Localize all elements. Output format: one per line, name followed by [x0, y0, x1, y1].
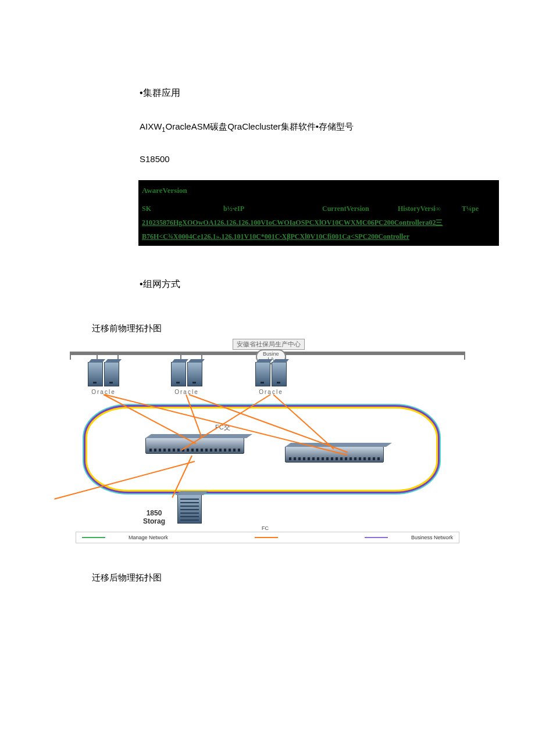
legend: Manage Network Business Network [76, 532, 459, 543]
bus-tick [70, 352, 71, 360]
server-icon [88, 362, 103, 386]
th-sk: SK [138, 199, 220, 216]
legend-business-label: Business Network [411, 535, 453, 540]
storage-txt: Storag [143, 517, 165, 525]
server-icon [171, 362, 186, 386]
topology-diagram: 安徽省社保局生产中心 Busine LA Oracle Oracle Oracl… [70, 339, 465, 542]
topology-before-caption: 迁移前物理拓扑图 [92, 323, 488, 334]
legend-fc [255, 537, 278, 538]
th-history: HistoryVersi∞ [394, 199, 458, 216]
terminal-line1: 210235876HgXOOwOA126.126.126.100VIoCWOIa… [138, 216, 499, 230]
storage-num: 1850 [147, 509, 162, 517]
diagram-title: 安徽省社保局生产中心 [233, 339, 305, 350]
legend-manage-label: Manage Network [129, 535, 168, 540]
bus-tick [464, 352, 465, 360]
server-icon [104, 362, 119, 386]
fc-switch-2 [285, 446, 384, 463]
storage-serial: S18500 [140, 154, 488, 164]
server-group-2: Oracle [170, 362, 203, 395]
version-terminal-table: AwareVersion SK b½∙eIP CurrentVersion Hi… [138, 180, 499, 246]
cluster-desc: AIXW1OracleASM碳盘QraClecluster集群软件•存储型号 [140, 121, 488, 133]
section-cluster-app: •集群应用 [140, 87, 488, 99]
aware-version-label: AwareVersion [138, 180, 499, 199]
server-icon [255, 362, 270, 386]
section-network: •组网方式 [140, 278, 488, 291]
server-icon [272, 362, 287, 386]
server-group-1: Oracle [87, 362, 120, 395]
storage-label: 1850 Storag [134, 510, 174, 525]
server-group-3: Oracle [255, 362, 287, 395]
legend-manage [82, 537, 105, 538]
fc-mini-label: FC [262, 525, 269, 531]
th-type: T¼pe [458, 199, 499, 216]
legend-purple [365, 537, 388, 538]
terminal-line2: B76H<C¾X0004Ce126.1».126.101V10C*001C·Xβ… [138, 230, 499, 246]
desc-suffix: OracleASM碳盘QraClecluster集群软件•存储型号 [165, 121, 354, 131]
topology-after-caption: 迁移后物理拓扑图 [92, 572, 535, 583]
th-current: CurrentVersion [319, 199, 394, 216]
server-icon [187, 362, 202, 386]
storage-server-icon [177, 495, 202, 524]
oracle-label: Oracle [255, 389, 287, 395]
desc-prefix: AIXW [140, 121, 162, 131]
th-beip: b½∙eIP [220, 199, 319, 216]
